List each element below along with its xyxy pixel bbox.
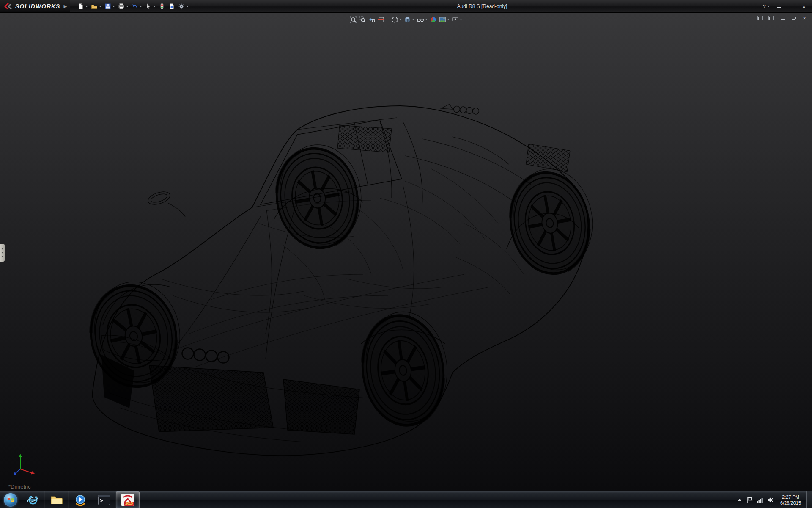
help-icon: ? xyxy=(763,3,766,10)
minimize-icon xyxy=(777,7,781,8)
section-view-button[interactable] xyxy=(377,15,386,24)
start-button[interactable] xyxy=(0,491,21,508)
taskbar-item-media-player[interactable] xyxy=(69,491,92,508)
rebuild-icon xyxy=(159,3,165,10)
view-settings-button[interactable] xyxy=(451,15,463,24)
apply-scene-button[interactable] xyxy=(438,15,450,24)
quick-access-toolbar xyxy=(76,1,190,11)
solidworks-app-icon: 2015 xyxy=(121,494,134,506)
view-orientation-button[interactable] xyxy=(390,15,403,24)
dropdown-caret-icon[interactable] xyxy=(460,19,462,20)
close-icon: × xyxy=(803,15,806,21)
flag-icon xyxy=(746,497,753,503)
maximize-icon xyxy=(790,5,793,8)
taskbar: 2015 xyxy=(0,491,812,508)
file-properties-button[interactable] xyxy=(167,1,176,11)
window-pane-icon xyxy=(758,17,763,20)
taskbar-item-internet-explorer[interactable] xyxy=(21,491,45,508)
options-button[interactable] xyxy=(177,1,190,11)
graphics-viewport[interactable]: × xyxy=(0,13,812,491)
close-icon: × xyxy=(802,3,806,10)
taskbar-item-solidworks[interactable]: 2015 xyxy=(116,491,140,508)
doc-cascade-button[interactable] xyxy=(767,14,776,22)
clock-time: 2:27 PM xyxy=(782,494,799,500)
dropdown-caret-icon[interactable] xyxy=(425,19,428,20)
dropdown-caret-icon[interactable] xyxy=(85,6,88,7)
print-icon xyxy=(118,3,125,10)
hide-show-items-button[interactable] xyxy=(416,15,428,24)
dropdown-caret-icon[interactable] xyxy=(412,19,414,20)
save-button[interactable] xyxy=(103,1,116,11)
volume-button[interactable] xyxy=(765,491,775,508)
taskbar-clock[interactable]: 2:27 PM 6/26/2015 xyxy=(775,491,806,508)
options-gear-icon xyxy=(178,3,185,10)
edit-appearance-button[interactable] xyxy=(429,15,438,24)
select-button[interactable] xyxy=(144,1,157,11)
restore-icon xyxy=(792,17,795,20)
dropdown-caret-icon[interactable] xyxy=(112,6,115,7)
view-settings-icon xyxy=(452,16,459,23)
close-button[interactable]: × xyxy=(798,2,809,11)
media-player-icon xyxy=(74,494,87,506)
folder-icon xyxy=(50,494,63,505)
clock-date: 6/26/2015 xyxy=(780,500,801,506)
doc-restore-button[interactable] xyxy=(789,14,798,22)
zoom-to-area-icon xyxy=(359,16,366,23)
taskbar-item-windows-explorer[interactable] xyxy=(45,491,69,508)
open-folder-icon xyxy=(91,3,98,10)
doc-new-window-button[interactable] xyxy=(756,14,765,22)
chevron-left-icon xyxy=(2,248,3,250)
command-prompt-icon xyxy=(98,494,110,505)
new-document-icon xyxy=(77,3,84,10)
print-button[interactable] xyxy=(117,1,130,11)
save-icon xyxy=(104,3,111,10)
dropdown-caret-icon[interactable] xyxy=(140,6,142,7)
window-title: Audi R8 S [Read-only] xyxy=(457,3,508,9)
dropdown-caret-icon[interactable] xyxy=(99,6,102,7)
dropdown-caret-icon[interactable] xyxy=(767,6,770,7)
car-wireframe-model[interactable] xyxy=(84,97,595,456)
file-properties-icon xyxy=(168,3,175,10)
network-signal-icon xyxy=(757,497,763,503)
network-button[interactable] xyxy=(755,491,765,508)
doc-close-button[interactable]: × xyxy=(800,14,809,22)
zoom-to-fit-icon xyxy=(350,16,357,23)
taskbar-item-command-prompt[interactable] xyxy=(92,491,116,508)
feature-panel-collapse-handle[interactable] xyxy=(0,244,5,262)
undo-button[interactable] xyxy=(130,1,143,11)
show-hidden-icons-button[interactable] xyxy=(735,491,745,508)
minimize-icon xyxy=(781,19,785,20)
show-desktop-button[interactable] xyxy=(806,491,812,508)
previous-view-button[interactable] xyxy=(368,15,376,24)
select-cursor-icon xyxy=(145,3,152,10)
help-button[interactable]: ? xyxy=(761,3,771,11)
new-document-button[interactable] xyxy=(76,1,89,11)
hide-show-items-icon xyxy=(417,16,424,23)
menu-expand-chevron-icon[interactable]: ▶ xyxy=(63,4,67,8)
system-tray: 2:27 PM 6/26/2015 xyxy=(735,491,812,508)
display-style-button[interactable] xyxy=(403,15,415,24)
doc-minimize-button[interactable] xyxy=(778,14,787,22)
zoom-to-area-button[interactable] xyxy=(358,15,367,24)
maximize-button[interactable] xyxy=(786,2,797,11)
chevron-up-icon xyxy=(738,499,741,501)
minimize-button[interactable] xyxy=(773,2,784,11)
view-orientation-label: *Dimetric xyxy=(8,483,31,490)
action-center-button[interactable] xyxy=(745,491,755,508)
internet-explorer-icon xyxy=(27,494,39,506)
dropdown-caret-icon[interactable] xyxy=(153,6,156,7)
rebuild-button[interactable] xyxy=(157,1,167,11)
headsup-view-toolbar xyxy=(349,15,463,24)
dropdown-caret-icon[interactable] xyxy=(399,19,402,20)
reference-triad[interactable] xyxy=(11,451,38,478)
dropdown-caret-icon[interactable] xyxy=(447,19,450,20)
dropdown-caret-icon[interactable] xyxy=(126,6,129,7)
zoom-to-fit-button[interactable] xyxy=(349,15,358,24)
toolbar-separator xyxy=(388,16,388,23)
titlebar: SOLIDWORKS ▶ xyxy=(0,0,812,13)
dropdown-caret-icon[interactable] xyxy=(186,6,189,7)
open-button[interactable] xyxy=(90,1,103,11)
titlebar-controls: ? × xyxy=(761,0,809,13)
speaker-icon xyxy=(767,497,774,503)
undo-icon xyxy=(132,3,138,10)
